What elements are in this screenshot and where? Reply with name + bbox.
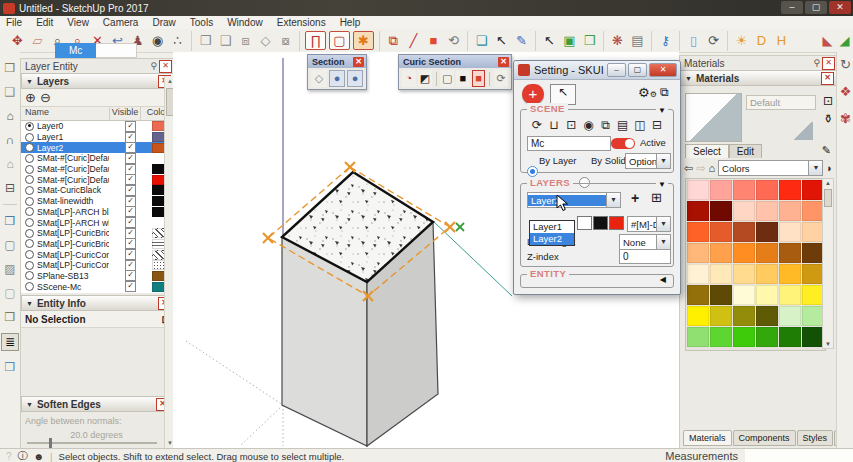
current-layer-radio[interactable] bbox=[25, 133, 34, 142]
current-layer-radio[interactable] bbox=[25, 186, 34, 195]
collection-dropdown[interactable]: Colors▼ bbox=[718, 160, 823, 176]
add-layer-button[interactable]: + bbox=[631, 190, 639, 206]
layer-row[interactable]: SMat-#[Curic]Default✓ bbox=[21, 153, 174, 164]
color-swatch[interactable] bbox=[710, 264, 732, 284]
pushpull-icon[interactable]: ❒ bbox=[197, 32, 214, 49]
column-visible[interactable]: Visible bbox=[110, 107, 141, 120]
current-layer-radio[interactable] bbox=[25, 175, 34, 184]
layer-row[interactable]: Layer2✓ bbox=[21, 142, 174, 153]
walk-icon[interactable]: ∴ bbox=[169, 32, 186, 49]
color-swatch[interactable] bbox=[802, 222, 824, 242]
layer-row[interactable]: SMat[LP]-ARCH white✓ bbox=[21, 217, 174, 228]
layer-name[interactable]: Layer0 bbox=[37, 121, 109, 131]
eyedropper-icon[interactable]: ✎ bbox=[822, 144, 831, 157]
collapse-triangle-icon[interactable]: ▼ bbox=[656, 106, 668, 115]
minimize-button[interactable]: – bbox=[781, 1, 803, 14]
info-circle-icon[interactable]: ⓘ bbox=[18, 449, 28, 462]
layer-row[interactable]: Layer1✓ bbox=[21, 132, 174, 143]
color-swatch[interactable] bbox=[733, 222, 755, 242]
color-swatch[interactable] bbox=[710, 180, 732, 200]
visible-checkbox[interactable]: ✓ bbox=[125, 238, 136, 249]
hat-icon[interactable]: ∩ bbox=[2, 132, 18, 148]
soften-edges-header[interactable]: ▼ Soften Edges ✕ bbox=[21, 396, 172, 412]
layer-name[interactable]: SMat-#[Curic]Default bbox=[37, 153, 109, 163]
color-swatch[interactable] bbox=[756, 222, 778, 242]
menu-edit[interactable]: Edit bbox=[36, 17, 53, 28]
color-swatch[interactable] bbox=[779, 243, 801, 263]
house-icon[interactable]: ⌂ bbox=[2, 156, 18, 172]
pin-icon[interactable]: ⚲ bbox=[150, 61, 157, 71]
layer-name[interactable]: SMat[LP]-CuricBrick1 bbox=[37, 228, 109, 238]
layer-name[interactable]: SMat[LP]-ARCH white bbox=[37, 218, 109, 228]
close-icon[interactable]: ✕ bbox=[822, 57, 835, 70]
scene-box-blue2-icon[interactable]: ❒ bbox=[2, 359, 18, 375]
forward-arrow-icon[interactable]: ⇨ bbox=[696, 162, 705, 175]
add-scene-button[interactable]: + bbox=[522, 84, 544, 104]
maximize-button[interactable]: ▢ bbox=[805, 1, 827, 14]
menu-view[interactable]: View bbox=[67, 17, 89, 28]
trash-icon[interactable]: ⊔ bbox=[546, 118, 562, 132]
color-swatch[interactable] bbox=[710, 243, 732, 263]
collapse-triangle-icon[interactable]: ▼ bbox=[656, 180, 668, 189]
color-swatch[interactable] bbox=[733, 327, 755, 347]
current-layer-radio[interactable] bbox=[25, 122, 34, 131]
expand-left-icon[interactable]: ◀ bbox=[658, 275, 668, 284]
color-swatch[interactable] bbox=[779, 222, 801, 242]
column-name[interactable]: Name bbox=[21, 107, 110, 120]
color-swatch-red[interactable] bbox=[609, 216, 624, 230]
dialog-title-bar[interactable]: Setting - SKUI – ▢ ✕ bbox=[514, 61, 680, 80]
color-swatch[interactable] bbox=[687, 243, 709, 263]
select-arrow-icon[interactable]: ↖ bbox=[493, 32, 510, 49]
layer-name[interactable]: SMat[LP]-ARCH black bbox=[37, 207, 109, 217]
color-swatch[interactable] bbox=[756, 264, 778, 284]
visible-checkbox[interactable]: ✓ bbox=[125, 249, 136, 260]
optional-dropdown[interactable]: Optional3▼ bbox=[625, 153, 671, 169]
current-layer-radio[interactable] bbox=[25, 143, 34, 152]
measurements-input[interactable] bbox=[745, 449, 853, 462]
scene-combo[interactable]: Mc bbox=[55, 43, 137, 58]
dialog-maximize-button[interactable]: ▢ bbox=[628, 63, 647, 77]
add-layer-button[interactable]: ⊕ bbox=[25, 90, 36, 105]
visible-checkbox[interactable]: ✓ bbox=[125, 228, 136, 239]
color-swatch[interactable] bbox=[710, 306, 732, 326]
section-cut-toggle[interactable]: ● bbox=[347, 70, 363, 87]
close-icon[interactable]: ✕ bbox=[159, 60, 172, 73]
material-dropdown[interactable]: #[M]-Defaul▼ bbox=[627, 216, 671, 232]
scroll-down-icon[interactable]: ▼ bbox=[825, 341, 831, 347]
slider-thumb[interactable] bbox=[49, 438, 52, 448]
entity-info-header[interactable]: ▼ Entity Info ✕ bbox=[21, 295, 174, 311]
layer-row[interactable]: SMat[LP]-ARCH black✓ bbox=[21, 207, 174, 218]
color-swatch[interactable] bbox=[687, 306, 709, 326]
curic-white-button[interactable]: ▢ bbox=[440, 70, 454, 87]
color-swatch[interactable] bbox=[802, 264, 824, 284]
color-swatch[interactable] bbox=[687, 285, 709, 305]
menu-window[interactable]: Window bbox=[227, 17, 263, 28]
layer-row[interactable]: SMat-linewidth✓ bbox=[21, 196, 174, 207]
layer-name[interactable]: SMat[LP]-CuricBrick2 bbox=[37, 239, 109, 249]
materials-section-header[interactable]: ▼ Materials ✕ bbox=[680, 70, 837, 86]
scene-name-input[interactable]: Mc bbox=[527, 136, 611, 151]
scene-box-blue-icon[interactable]: ❒ bbox=[2, 213, 18, 229]
current-layer-radio[interactable] bbox=[25, 218, 34, 227]
home-icon[interactable]: ⌂ bbox=[2, 108, 18, 124]
color-swatch[interactable] bbox=[733, 264, 755, 284]
match-photo-icon[interactable]: ▤ bbox=[629, 32, 646, 49]
curic-section-line-icon[interactable]: ╱ bbox=[405, 32, 422, 49]
shadow-icon[interactable]: ☀ bbox=[733, 32, 750, 49]
layer-name[interactable]: SPlane-SB13 bbox=[37, 271, 109, 281]
color-swatch[interactable] bbox=[802, 201, 824, 221]
battery-icon[interactable]: ▯ bbox=[685, 32, 702, 49]
scene-box-white-icon[interactable]: ▢ bbox=[2, 237, 18, 253]
scroll-up-icon[interactable]: ▲ bbox=[825, 180, 831, 186]
layer-dropdown[interactable]: Layer2▼ bbox=[527, 192, 621, 208]
tab-select[interactable]: Select bbox=[685, 144, 729, 158]
copy-icon[interactable]: ⧉ bbox=[598, 118, 614, 132]
layer-name[interactable]: Layer1 bbox=[37, 132, 109, 142]
box-open-icon[interactable]: ❒ bbox=[2, 60, 18, 76]
menu-draw[interactable]: Draw bbox=[152, 17, 175, 28]
section-display-toggle[interactable]: ● bbox=[329, 70, 345, 87]
red-tool2-icon[interactable]: ✾ bbox=[837, 110, 853, 127]
menu-file[interactable]: File bbox=[6, 17, 22, 28]
color-swatch[interactable] bbox=[687, 222, 709, 242]
look-around-icon[interactable]: ◉ bbox=[149, 32, 166, 49]
